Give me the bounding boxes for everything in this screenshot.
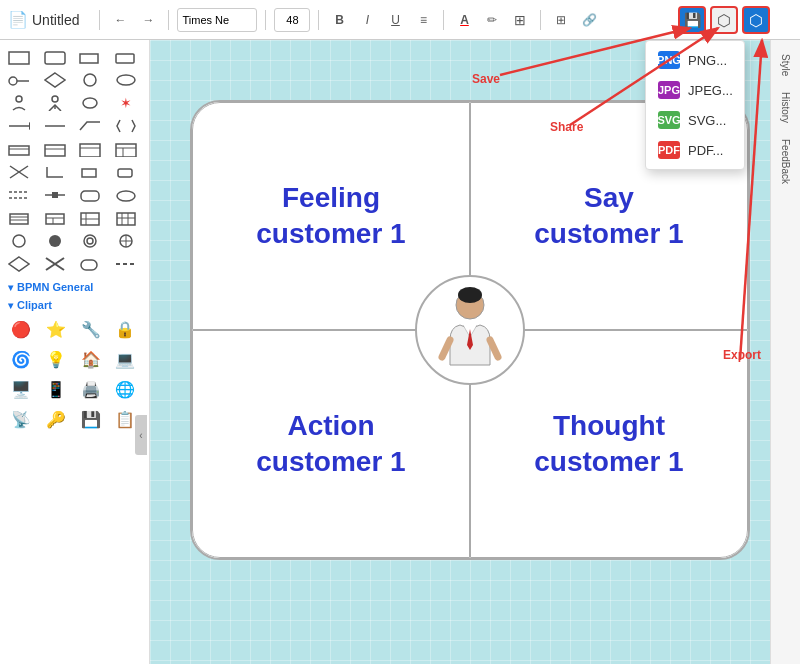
shape-rect4[interactable] bbox=[111, 46, 141, 68]
clipart-item-8[interactable]: 🖥️ bbox=[6, 375, 36, 403]
history-panel-button[interactable]: History bbox=[778, 88, 793, 127]
feeling-text: Feeling customer 1 bbox=[256, 180, 405, 253]
clipart-item-6[interactable]: 🏠 bbox=[76, 345, 106, 373]
clipart-item-7[interactable]: 💻 bbox=[110, 345, 140, 373]
shape-r3[interactable] bbox=[75, 138, 105, 160]
svg-point-51 bbox=[87, 238, 93, 244]
clipart-item-13[interactable]: 🔑 bbox=[41, 405, 71, 433]
sidebar-collapse-handle[interactable]: ‹ bbox=[135, 415, 147, 455]
shape-ellipse[interactable] bbox=[111, 69, 141, 91]
bold-button[interactable]: B bbox=[327, 8, 351, 32]
shape-connector[interactable] bbox=[75, 115, 105, 137]
shape-person[interactable] bbox=[4, 92, 34, 114]
undo-button[interactable]: ← bbox=[108, 8, 132, 32]
svg-point-9 bbox=[16, 96, 22, 102]
clipart-section[interactable]: Clipart bbox=[2, 295, 147, 313]
clipart-item-2[interactable]: 🔧 bbox=[76, 315, 106, 343]
clipart-item-14[interactable]: 💾 bbox=[76, 405, 106, 433]
save-button[interactable]: 💾 bbox=[678, 6, 706, 34]
shape-star[interactable]: ✶ bbox=[111, 92, 141, 114]
shape-rect3[interactable] bbox=[75, 46, 105, 68]
shape-x[interactable] bbox=[4, 161, 34, 183]
clipart-item-1[interactable]: ⭐ bbox=[41, 315, 71, 343]
separator-5 bbox=[443, 10, 444, 30]
shape-line1[interactable] bbox=[4, 115, 34, 137]
clipart-item-5[interactable]: 💡 bbox=[41, 345, 71, 373]
shape-dash4[interactable] bbox=[111, 184, 141, 206]
svg-point-50 bbox=[84, 235, 96, 247]
clipart-item-0[interactable]: 🔴 bbox=[6, 315, 36, 343]
svg-rect-33 bbox=[81, 191, 99, 201]
style-panel-button[interactable]: Style bbox=[778, 50, 793, 80]
center-person[interactable] bbox=[415, 275, 525, 385]
svg-marker-55 bbox=[9, 257, 29, 271]
svg-point-12 bbox=[83, 98, 97, 108]
svg-marker-6 bbox=[45, 73, 65, 87]
shape-s1[interactable] bbox=[4, 207, 34, 229]
shape-c2[interactable] bbox=[40, 230, 70, 252]
shape-d3[interactable] bbox=[75, 253, 105, 275]
bpmn-section[interactable]: BPMN General bbox=[2, 277, 147, 295]
shape-dash1[interactable] bbox=[4, 184, 34, 206]
shape-sr1[interactable] bbox=[75, 161, 105, 183]
link-button[interactable]: 🔗 bbox=[577, 8, 601, 32]
shape-circle[interactable] bbox=[75, 69, 105, 91]
shape-rect[interactable] bbox=[4, 46, 34, 68]
shape-dash2[interactable] bbox=[40, 184, 70, 206]
shape-s4[interactable] bbox=[111, 207, 141, 229]
svg-rect-16 bbox=[9, 146, 29, 155]
shape-c4[interactable] bbox=[111, 230, 141, 252]
export-jpeg-option[interactable]: JPG JPEG... bbox=[646, 75, 744, 105]
shape-sr2[interactable] bbox=[111, 161, 141, 183]
shape-l[interactable] bbox=[40, 161, 70, 183]
align-button[interactable]: ≡ bbox=[411, 8, 435, 32]
grid-button[interactable]: ⊞ bbox=[549, 8, 573, 32]
share-button[interactable]: ⬡ bbox=[710, 6, 738, 34]
pdf-icon: PDF bbox=[658, 141, 680, 159]
clipart-item-11[interactable]: 🌐 bbox=[110, 375, 140, 403]
clipart-item-12[interactable]: 📡 bbox=[6, 405, 36, 433]
shape-r1[interactable] bbox=[4, 138, 34, 160]
italic-button[interactable]: I bbox=[355, 8, 379, 32]
svg-rect-32 bbox=[52, 192, 58, 198]
svg-point-4 bbox=[9, 77, 17, 85]
shape-oval[interactable] bbox=[75, 92, 105, 114]
clipart-item-10[interactable]: 🖨️ bbox=[76, 375, 106, 403]
shape-dash3[interactable] bbox=[75, 184, 105, 206]
pencil-button[interactable]: ✏ bbox=[480, 8, 504, 32]
font-color-button[interactable]: A bbox=[452, 8, 476, 32]
shape-s3[interactable] bbox=[75, 207, 105, 229]
shape-c3[interactable] bbox=[75, 230, 105, 252]
format-button[interactable]: ⊞ bbox=[508, 8, 532, 32]
clipart-item-3[interactable]: 🔒 bbox=[110, 315, 140, 343]
shape-line2[interactable] bbox=[40, 115, 70, 137]
export-pdf-option[interactable]: PDF PDF... bbox=[646, 135, 744, 165]
svg-rect-27 bbox=[82, 169, 96, 177]
font-size-input[interactable]: 48 bbox=[274, 8, 310, 32]
shape-bracket[interactable] bbox=[111, 115, 141, 137]
shape-person2[interactable] bbox=[40, 92, 70, 114]
underline-button[interactable]: U bbox=[383, 8, 407, 32]
clipart-item-4[interactable]: 🌀 bbox=[6, 345, 36, 373]
export-svg-option[interactable]: SVG SVG... bbox=[646, 105, 744, 135]
shape-d4[interactable] bbox=[111, 253, 141, 275]
shape-d2[interactable] bbox=[40, 253, 70, 275]
export-button[interactable]: ⬡ bbox=[742, 6, 770, 34]
feedback-panel-button[interactable]: FeedBack bbox=[778, 135, 793, 188]
shape-s2[interactable] bbox=[40, 207, 70, 229]
export-png-option[interactable]: PNG PNG... bbox=[646, 45, 744, 75]
shape-c1[interactable] bbox=[4, 230, 34, 252]
shape-r4[interactable] bbox=[111, 138, 141, 160]
shape-diamond[interactable] bbox=[40, 69, 70, 91]
svg-rect-1 bbox=[45, 52, 65, 64]
shape-r2[interactable] bbox=[40, 138, 70, 160]
separator-1 bbox=[99, 10, 100, 30]
font-name-selector[interactable]: Times Ne bbox=[177, 8, 257, 32]
clipart-item-9[interactable]: 📱 bbox=[41, 375, 71, 403]
redo-button[interactable]: → bbox=[136, 8, 160, 32]
shape-process[interactable] bbox=[4, 69, 34, 91]
shape-rect2[interactable] bbox=[40, 46, 70, 68]
clipart-grid: 🔴 ⭐ 🔧 🔒 🌀 💡 🏠 💻 🖥️ 📱 🖨️ 🌐 📡 🔑 💾 📋 bbox=[2, 313, 147, 435]
svg-rect-2 bbox=[80, 54, 98, 63]
shape-d1[interactable] bbox=[4, 253, 34, 275]
